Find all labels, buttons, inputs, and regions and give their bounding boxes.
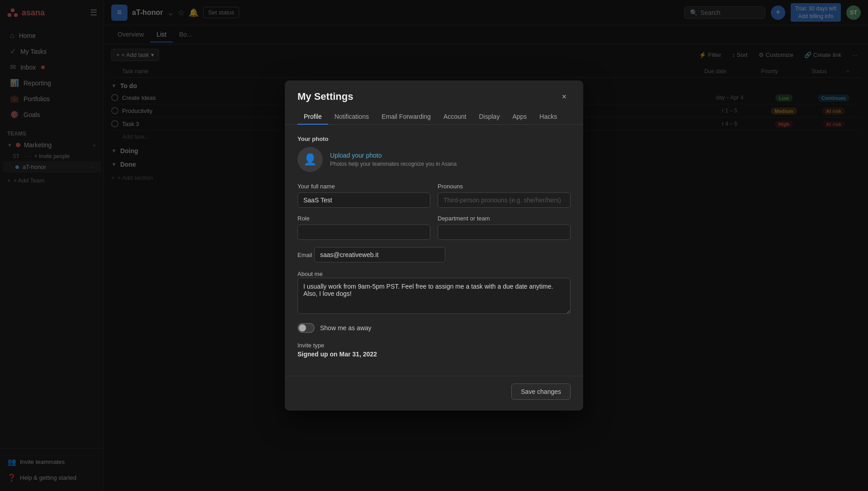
toggle-knob xyxy=(299,324,306,332)
email-label: Email xyxy=(297,252,312,258)
pronouns-input[interactable] xyxy=(438,192,571,208)
department-group: Department or team xyxy=(438,215,571,240)
upload-info: Upload your photo Photos help your teamm… xyxy=(330,152,457,167)
modal-header: My Settings × xyxy=(285,80,583,103)
role-dept-row: Role Department or team xyxy=(297,215,571,240)
avatar-placeholder: 👤 xyxy=(297,147,323,172)
modal-tab-apps[interactable]: Apps xyxy=(506,109,533,125)
full-name-group: Your full name xyxy=(297,183,430,208)
show-away-row: Show me as away xyxy=(297,323,571,333)
about-me-textarea[interactable]: I usually work from 9am-5pm PST. Feel fr… xyxy=(297,278,571,314)
modal-close-button[interactable]: × xyxy=(558,90,571,103)
pronouns-label: Pronouns xyxy=(438,183,571,190)
your-photo-label: Your photo xyxy=(297,136,571,142)
department-input[interactable] xyxy=(438,224,571,240)
modal-tabs: Profile Notifications Email Forwarding A… xyxy=(285,103,583,125)
department-label: Department or team xyxy=(438,215,571,222)
role-input[interactable] xyxy=(297,224,430,240)
modal-tab-account[interactable]: Account xyxy=(437,109,473,125)
modal-tab-hacks[interactable]: Hacks xyxy=(533,109,563,125)
role-label: Role xyxy=(297,215,430,222)
settings-modal: My Settings × Profile Notifications Emai… xyxy=(285,80,583,411)
about-me-group: About me I usually work from 9am-5pm PST… xyxy=(297,270,571,316)
full-name-input[interactable] xyxy=(297,192,430,208)
invite-type-value: Signed up on Mar 31, 2022 xyxy=(297,351,571,358)
email-group: Email xyxy=(297,247,571,262)
modal-tab-profile[interactable]: Profile xyxy=(297,109,328,125)
email-input[interactable] xyxy=(314,247,445,262)
show-away-toggle[interactable] xyxy=(297,323,315,333)
modal-overlay[interactable]: My Settings × Profile Notifications Emai… xyxy=(0,0,868,491)
pronouns-group: Pronouns xyxy=(438,183,571,208)
role-group: Role xyxy=(297,215,430,240)
modal-tab-display[interactable]: Display xyxy=(472,109,506,125)
save-changes-button[interactable]: Save changes xyxy=(511,383,571,400)
upload-photo-link[interactable]: Upload your photo xyxy=(330,152,457,159)
full-name-label: Your full name xyxy=(297,183,430,190)
photo-row: 👤 Upload your photo Photos help your tea… xyxy=(297,147,571,172)
upload-hint: Photos help your teammates recognize you… xyxy=(330,161,457,167)
name-pronouns-row: Your full name Pronouns xyxy=(297,183,571,208)
modal-body: Your photo 👤 Upload your photo Photos he… xyxy=(285,125,583,376)
modal-tab-notifications[interactable]: Notifications xyxy=(328,109,375,125)
modal-footer: Save changes xyxy=(285,376,583,411)
modal-title: My Settings xyxy=(297,91,353,103)
modal-tab-email-forwarding[interactable]: Email Forwarding xyxy=(375,109,437,125)
show-away-label: Show me as away xyxy=(320,324,372,332)
about-me-label: About me xyxy=(297,271,323,277)
avatar-placeholder-icon: 👤 xyxy=(303,153,317,166)
invite-type-section: Invite type Signed up on Mar 31, 2022 xyxy=(297,342,571,358)
invite-type-label: Invite type xyxy=(297,342,571,349)
